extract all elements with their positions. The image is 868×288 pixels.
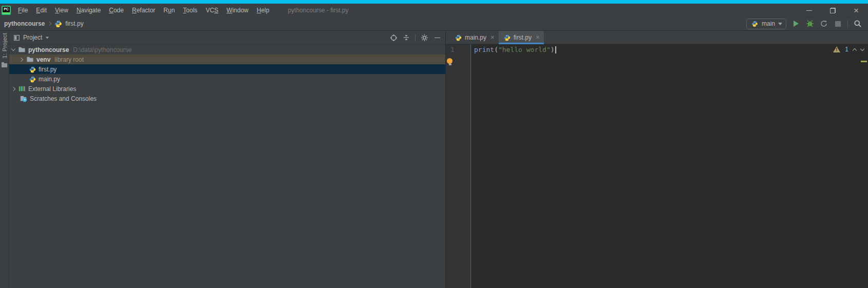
stop-button[interactable]: [834, 20, 842, 28]
minus-icon: [435, 38, 440, 38]
menu-file[interactable]: File: [14, 5, 32, 15]
close-tab-icon[interactable]: ×: [490, 33, 495, 41]
pycharm-window: PC FileEditViewNavigateCodeRefactorRunTo…: [0, 0, 868, 288]
collapse-all-button[interactable]: [402, 33, 410, 42]
search-icon: [854, 20, 862, 28]
menu-run[interactable]: Run: [159, 5, 179, 15]
run-button[interactable]: [792, 20, 800, 28]
menu-vcs[interactable]: VCS: [201, 5, 222, 15]
close-button[interactable]: ×: [844, 4, 868, 17]
run-with-coverage-button[interactable]: [820, 20, 828, 28]
settings-button[interactable]: [420, 33, 428, 42]
menu-help[interactable]: Help: [253, 5, 274, 15]
hide-panel-button[interactable]: [433, 33, 441, 42]
run-toolbar: main: [746, 19, 868, 29]
debug-button[interactable]: [806, 20, 814, 28]
project-view-icon: [13, 34, 20, 41]
menu-window[interactable]: Window: [222, 5, 253, 15]
warning-icon: [833, 46, 840, 52]
restore-button[interactable]: [821, 4, 844, 17]
tree-item-detail: library root: [54, 56, 84, 63]
chevron-down-icon[interactable]: [46, 37, 49, 39]
tree-row-main-py[interactable]: main.py: [9, 74, 445, 84]
run-configuration-select[interactable]: main: [746, 19, 786, 29]
tree-row-venv[interactable]: venv library root: [9, 55, 445, 64]
search-everywhere-button[interactable]: [854, 20, 862, 28]
menu-edit[interactable]: Edit: [32, 5, 51, 15]
tree-item-label: Scratches and Consoles: [30, 95, 97, 102]
python-file-icon: [29, 65, 36, 73]
tree-item-label: External Libraries: [28, 85, 76, 93]
libraries-icon: [18, 85, 26, 93]
menu-view[interactable]: View: [51, 5, 72, 15]
pycharm-app-icon[interactable]: PC: [2, 6, 11, 15]
locate-file-button[interactable]: [389, 33, 398, 42]
project-panel: Project: [9, 31, 446, 288]
editor-body: 1 print("hello world") 1: [446, 44, 868, 288]
python-file-icon: [455, 33, 462, 41]
editor-gutter: 1: [446, 44, 471, 288]
code-token-function: print: [474, 46, 494, 53]
tree-row-external-libraries[interactable]: External Libraries: [9, 84, 445, 94]
tree-row-scratches[interactable]: Scratches and Consoles: [9, 94, 445, 103]
play-icon: [794, 21, 799, 27]
minimize-button[interactable]: [797, 4, 821, 17]
python-file-icon: [503, 33, 510, 41]
minimize-icon: [806, 10, 812, 11]
collapsed-chevron-icon[interactable]: [19, 57, 23, 61]
previous-problem-button[interactable]: [853, 48, 857, 52]
python-file-icon: [54, 20, 62, 28]
chevron-down-icon: [778, 23, 782, 25]
error-stripe-warning-mark[interactable]: [861, 61, 867, 62]
code-token-string: "hello world": [498, 46, 551, 53]
main-area: 1: Project Project: [0, 31, 868, 288]
run-with-coverage-icon: [820, 20, 828, 28]
line-number: 1: [450, 46, 455, 53]
menu-tools[interactable]: Tools: [179, 5, 201, 15]
code-editor[interactable]: print("hello world"): [471, 44, 868, 288]
menu-code[interactable]: Code: [105, 5, 128, 15]
header-divider: [415, 34, 416, 41]
python-file-icon: [29, 75, 36, 82]
python-icon: [751, 20, 758, 27]
tree-item-label: pythoncourse: [28, 46, 69, 53]
gear-icon: [421, 34, 428, 42]
code-token-paren: ): [551, 46, 555, 53]
window-title: pythoncourse - first.py: [288, 7, 348, 14]
project-panel-title[interactable]: Project: [23, 34, 42, 41]
next-problem-button[interactable]: [860, 46, 864, 50]
inspections-widget: 1: [833, 46, 864, 53]
collapsed-chevron-icon[interactable]: [11, 86, 15, 91]
window-accent-strip: [0, 0, 868, 4]
tree-row-pythoncourse[interactable]: pythoncourse D:\data\pythoncourse: [9, 45, 445, 55]
breadcrumb-project[interactable]: pythoncourse: [4, 20, 45, 27]
code-token-paren: (: [494, 46, 498, 53]
close-tab-icon[interactable]: ×: [536, 33, 540, 41]
intention-bulb-button[interactable]: [447, 58, 453, 64]
tab-first-py[interactable]: first.py ×: [499, 31, 544, 44]
collapse-all-icon: [403, 34, 410, 41]
tree-item-label: main.py: [39, 76, 60, 83]
folder-icon[interactable]: [2, 63, 7, 67]
breadcrumb-file[interactable]: first.py: [65, 20, 83, 27]
close-icon: ×: [854, 6, 859, 15]
breadcrumb: pythoncourse first.py: [4, 20, 84, 28]
tree-row-first-py[interactable]: first.py: [9, 64, 445, 74]
menu-navigate[interactable]: Navigate: [72, 5, 105, 15]
text-caret: [555, 46, 556, 53]
toolbar-divider: [847, 20, 848, 28]
project-tool-window-button[interactable]: 1: Project: [2, 33, 8, 58]
tab-main-py[interactable]: main.py ×: [450, 31, 499, 44]
menu-refactor[interactable]: Refactor: [128, 5, 159, 15]
code-line: print("hello world"): [474, 45, 868, 54]
run-configuration-name: main: [762, 20, 775, 27]
navigation-bar: pythoncourse first.py main: [0, 17, 868, 31]
tab-label: first.py: [514, 34, 532, 41]
warning-count: 1: [845, 46, 848, 53]
tool-window-stripe: 1: Project: [0, 31, 9, 288]
lightbulb-icon: [447, 58, 452, 64]
expanded-chevron-icon[interactable]: [11, 47, 15, 51]
scratches-icon: [20, 95, 27, 102]
restore-icon: [830, 8, 836, 13]
tab-label: main.py: [465, 34, 486, 41]
